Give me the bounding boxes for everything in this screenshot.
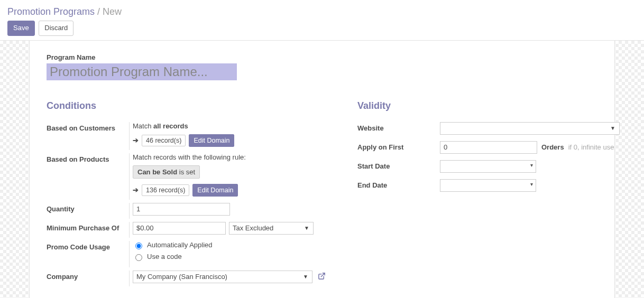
validity-section: Validity Website ▼ Apply xyxy=(357,100,620,290)
arrow-right-icon: ➔ xyxy=(133,136,139,144)
products-record-count[interactable]: 136 record(s) xyxy=(142,184,189,196)
customers-edit-domain-button[interactable]: Edit Domain xyxy=(189,134,234,147)
company-label: Company xyxy=(47,271,129,281)
end-date-label: End Date xyxy=(357,179,440,189)
breadcrumb-current: New xyxy=(103,6,122,17)
products-edit-domain-button[interactable]: Edit Domain xyxy=(192,184,238,197)
apply-first-label: Apply on First xyxy=(357,141,440,151)
discard-button[interactable]: Discard xyxy=(39,21,73,36)
based-on-products-label: Based on Products xyxy=(47,153,129,163)
based-on-customers-label: Based on Customers xyxy=(47,122,129,132)
promo-auto-label: Automatically Applied xyxy=(147,241,213,249)
breadcrumb: Promotion Programs / New xyxy=(0,0,644,21)
svg-line-0 xyxy=(321,273,325,277)
save-button[interactable]: Save xyxy=(7,21,35,36)
promo-code-radio[interactable] xyxy=(135,254,142,261)
form-background: Program Name Conditions Based on Custome… xyxy=(0,41,644,298)
breadcrumb-sep: / xyxy=(97,6,100,17)
conditions-title: Conditions xyxy=(47,100,326,111)
action-bar: Save Discard xyxy=(0,21,644,41)
start-date-label: Start Date xyxy=(357,160,440,170)
min-purchase-label: Minimum Purchase Of xyxy=(47,222,129,232)
products-match-text: Match records with the following rule: xyxy=(133,153,326,161)
validity-title: Validity xyxy=(357,100,620,111)
customers-record-count[interactable]: 46 record(s) xyxy=(142,135,186,146)
tax-select[interactable]: Tax Excluded xyxy=(229,222,314,235)
end-date-input[interactable] xyxy=(440,179,536,192)
start-date-input[interactable] xyxy=(440,160,536,173)
arrow-right-icon: ➔ xyxy=(133,186,139,194)
program-name-input[interactable] xyxy=(47,63,237,80)
breadcrumb-parent[interactable]: Promotion Programs xyxy=(7,6,95,17)
external-link-icon[interactable] xyxy=(318,272,326,282)
apply-first-input[interactable] xyxy=(440,141,537,154)
conditions-section: Conditions Based on Customers Match all … xyxy=(47,100,326,290)
quantity-label: Quantity xyxy=(47,203,129,213)
form-sheet: Program Name Conditions Based on Custome… xyxy=(29,41,615,298)
promo-auto-radio[interactable] xyxy=(135,243,142,249)
min-purchase-input[interactable] xyxy=(133,222,226,235)
customers-match-text: Match all records xyxy=(133,122,326,130)
orders-label: Orders xyxy=(541,143,564,151)
promo-code-label: Use a code xyxy=(147,253,182,260)
promo-usage-label: Promo Code Usage xyxy=(47,241,129,251)
company-select[interactable]: My Company (San Francisco) xyxy=(133,271,312,283)
orders-hint: if 0, infinite use xyxy=(568,143,614,151)
products-rule-chip: Can be Sold is set xyxy=(133,165,200,179)
website-select[interactable] xyxy=(440,122,620,135)
quantity-input[interactable] xyxy=(133,203,230,216)
website-label: Website xyxy=(357,122,440,132)
program-name-label: Program Name xyxy=(47,53,597,61)
